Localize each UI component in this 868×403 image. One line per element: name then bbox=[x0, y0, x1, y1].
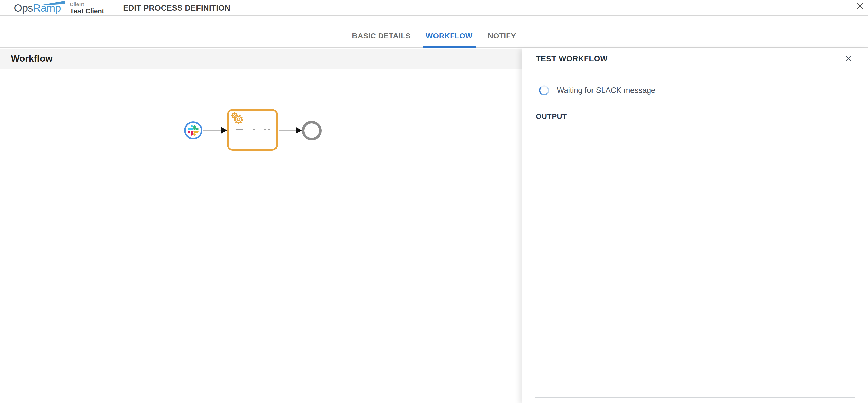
opsramp-logo[interactable]: OpsRamp bbox=[14, 2, 61, 13]
arrowhead-icon bbox=[296, 127, 302, 133]
output-section-label: OUTPUT bbox=[536, 113, 868, 121]
opsramp-swoosh-icon bbox=[39, 1, 65, 6]
loading-spinner-icon bbox=[539, 85, 549, 95]
topbar-divider bbox=[112, 1, 113, 14]
client-label: Client bbox=[70, 1, 104, 7]
topbar-divider bbox=[59, 1, 59, 14]
panel-title: TEST WORKFLOW bbox=[536, 54, 608, 63]
sequence-flow-line bbox=[279, 130, 297, 131]
status-text: Waiting for SLACK message bbox=[557, 86, 655, 95]
tab-basic-details[interactable]: BASIC DETAILS bbox=[351, 32, 412, 47]
test-workflow-panel: TEST WORKFLOW Waiting for SLACK message … bbox=[522, 48, 868, 403]
panel-footer-divider bbox=[535, 398, 856, 398]
logo-text-ops: Ops bbox=[14, 2, 33, 14]
client-switcher[interactable]: Client Test Client bbox=[70, 1, 104, 15]
close-icon[interactable] bbox=[844, 55, 853, 63]
gears-icon bbox=[230, 112, 244, 126]
page-title: EDIT PROCESS DEFINITION bbox=[123, 0, 230, 16]
tab-workflow[interactable]: WORKFLOW bbox=[425, 32, 473, 47]
workflow-status-row: Waiting for SLACK message bbox=[539, 85, 868, 95]
client-name: Test Client bbox=[70, 7, 104, 15]
workflow-canvas[interactable] bbox=[0, 69, 522, 403]
tab-notify[interactable]: NOTIFY bbox=[487, 32, 517, 47]
task-label-fragment bbox=[236, 129, 243, 130]
service-task-node[interactable] bbox=[227, 109, 278, 151]
end-event-node[interactable] bbox=[302, 121, 321, 141]
task-label-fragment bbox=[269, 129, 271, 130]
top-bar: OpsRamp Client Test Client EDIT PROCESS … bbox=[0, 0, 868, 16]
slack-icon bbox=[188, 125, 198, 135]
workflow-heading: Workflow bbox=[11, 53, 53, 64]
section-divider bbox=[536, 107, 861, 107]
start-event-node[interactable] bbox=[184, 121, 202, 140]
task-label-fragment bbox=[253, 129, 255, 130]
sequence-flow-line bbox=[203, 130, 221, 131]
close-icon[interactable] bbox=[856, 2, 865, 11]
arrowhead-icon bbox=[221, 127, 227, 133]
task-label-fragment bbox=[264, 129, 266, 130]
panel-header: TEST WORKFLOW bbox=[522, 48, 868, 70]
tab-bar: BASIC DETAILS WORKFLOW NOTIFY bbox=[0, 16, 868, 48]
